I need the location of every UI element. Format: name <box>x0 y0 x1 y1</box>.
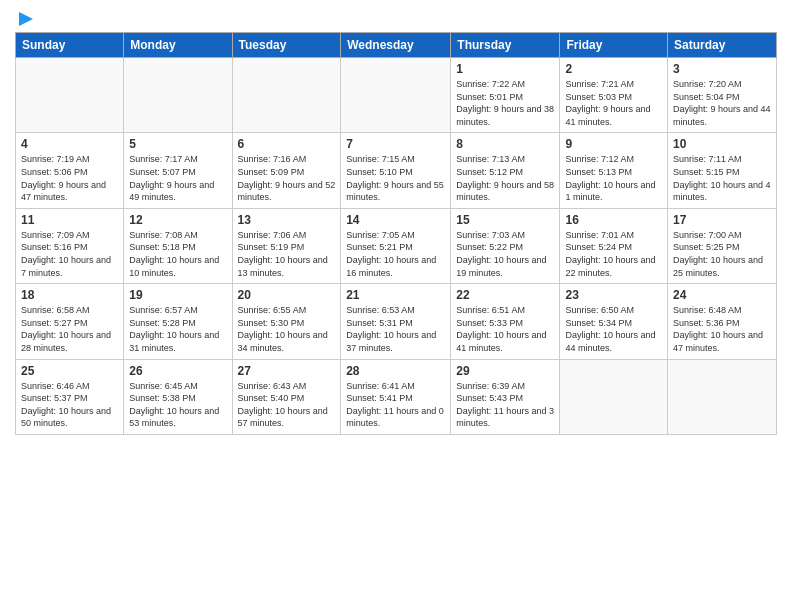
calendar-cell: 23Sunrise: 6:50 AM Sunset: 5:34 PM Dayli… <box>560 284 668 359</box>
calendar-cell: 29Sunrise: 6:39 AM Sunset: 5:43 PM Dayli… <box>451 359 560 434</box>
day-number: 24 <box>673 288 771 302</box>
day-number: 28 <box>346 364 445 378</box>
day-number: 8 <box>456 137 554 151</box>
calendar-cell: 22Sunrise: 6:51 AM Sunset: 5:33 PM Dayli… <box>451 284 560 359</box>
calendar-cell: 24Sunrise: 6:48 AM Sunset: 5:36 PM Dayli… <box>668 284 777 359</box>
day-info: Sunrise: 6:58 AM Sunset: 5:27 PM Dayligh… <box>21 304 118 354</box>
logo <box>15 10 35 24</box>
calendar-cell: 15Sunrise: 7:03 AM Sunset: 5:22 PM Dayli… <box>451 208 560 283</box>
day-info: Sunrise: 6:46 AM Sunset: 5:37 PM Dayligh… <box>21 380 118 430</box>
calendar-cell: 20Sunrise: 6:55 AM Sunset: 5:30 PM Dayli… <box>232 284 341 359</box>
day-number: 13 <box>238 213 336 227</box>
day-info: Sunrise: 7:15 AM Sunset: 5:10 PM Dayligh… <box>346 153 445 203</box>
day-info: Sunrise: 6:50 AM Sunset: 5:34 PM Dayligh… <box>565 304 662 354</box>
day-number: 15 <box>456 213 554 227</box>
calendar-cell <box>124 58 232 133</box>
day-info: Sunrise: 7:08 AM Sunset: 5:18 PM Dayligh… <box>129 229 226 279</box>
day-number: 12 <box>129 213 226 227</box>
day-info: Sunrise: 6:57 AM Sunset: 5:28 PM Dayligh… <box>129 304 226 354</box>
calendar-cell: 7Sunrise: 7:15 AM Sunset: 5:10 PM Daylig… <box>341 133 451 208</box>
day-info: Sunrise: 7:20 AM Sunset: 5:04 PM Dayligh… <box>673 78 771 128</box>
calendar-cell <box>232 58 341 133</box>
calendar-cell: 17Sunrise: 7:00 AM Sunset: 5:25 PM Dayli… <box>668 208 777 283</box>
weekday-header-monday: Monday <box>124 33 232 58</box>
day-number: 22 <box>456 288 554 302</box>
day-info: Sunrise: 7:12 AM Sunset: 5:13 PM Dayligh… <box>565 153 662 203</box>
day-number: 20 <box>238 288 336 302</box>
day-info: Sunrise: 6:45 AM Sunset: 5:38 PM Dayligh… <box>129 380 226 430</box>
day-info: Sunrise: 6:43 AM Sunset: 5:40 PM Dayligh… <box>238 380 336 430</box>
weekday-header-sunday: Sunday <box>16 33 124 58</box>
day-info: Sunrise: 6:55 AM Sunset: 5:30 PM Dayligh… <box>238 304 336 354</box>
day-number: 10 <box>673 137 771 151</box>
day-info: Sunrise: 7:00 AM Sunset: 5:25 PM Dayligh… <box>673 229 771 279</box>
day-number: 2 <box>565 62 662 76</box>
calendar-cell: 28Sunrise: 6:41 AM Sunset: 5:41 PM Dayli… <box>341 359 451 434</box>
day-info: Sunrise: 7:06 AM Sunset: 5:19 PM Dayligh… <box>238 229 336 279</box>
day-info: Sunrise: 7:05 AM Sunset: 5:21 PM Dayligh… <box>346 229 445 279</box>
day-number: 17 <box>673 213 771 227</box>
calendar-cell: 6Sunrise: 7:16 AM Sunset: 5:09 PM Daylig… <box>232 133 341 208</box>
calendar-cell: 4Sunrise: 7:19 AM Sunset: 5:06 PM Daylig… <box>16 133 124 208</box>
weekday-header-friday: Friday <box>560 33 668 58</box>
calendar-cell: 12Sunrise: 7:08 AM Sunset: 5:18 PM Dayli… <box>124 208 232 283</box>
day-info: Sunrise: 6:39 AM Sunset: 5:43 PM Dayligh… <box>456 380 554 430</box>
day-number: 27 <box>238 364 336 378</box>
calendar-cell: 25Sunrise: 6:46 AM Sunset: 5:37 PM Dayli… <box>16 359 124 434</box>
calendar-cell <box>560 359 668 434</box>
weekday-header-row: SundayMondayTuesdayWednesdayThursdayFrid… <box>16 33 777 58</box>
weekday-header-tuesday: Tuesday <box>232 33 341 58</box>
day-number: 7 <box>346 137 445 151</box>
calendar-cell: 19Sunrise: 6:57 AM Sunset: 5:28 PM Dayli… <box>124 284 232 359</box>
calendar-cell: 21Sunrise: 6:53 AM Sunset: 5:31 PM Dayli… <box>341 284 451 359</box>
day-info: Sunrise: 6:53 AM Sunset: 5:31 PM Dayligh… <box>346 304 445 354</box>
day-number: 3 <box>673 62 771 76</box>
svg-marker-0 <box>19 12 33 26</box>
calendar-cell <box>341 58 451 133</box>
day-number: 6 <box>238 137 336 151</box>
calendar-cell: 26Sunrise: 6:45 AM Sunset: 5:38 PM Dayli… <box>124 359 232 434</box>
calendar-cell <box>16 58 124 133</box>
day-number: 18 <box>21 288 118 302</box>
day-number: 14 <box>346 213 445 227</box>
day-info: Sunrise: 6:51 AM Sunset: 5:33 PM Dayligh… <box>456 304 554 354</box>
calendar-week-1: 1Sunrise: 7:22 AM Sunset: 5:01 PM Daylig… <box>16 58 777 133</box>
calendar-cell: 5Sunrise: 7:17 AM Sunset: 5:07 PM Daylig… <box>124 133 232 208</box>
day-info: Sunrise: 7:17 AM Sunset: 5:07 PM Dayligh… <box>129 153 226 203</box>
page-container: SundayMondayTuesdayWednesdayThursdayFrid… <box>0 0 792 445</box>
day-info: Sunrise: 6:41 AM Sunset: 5:41 PM Dayligh… <box>346 380 445 430</box>
day-number: 26 <box>129 364 226 378</box>
day-number: 21 <box>346 288 445 302</box>
day-number: 25 <box>21 364 118 378</box>
calendar-cell: 10Sunrise: 7:11 AM Sunset: 5:15 PM Dayli… <box>668 133 777 208</box>
calendar-cell: 2Sunrise: 7:21 AM Sunset: 5:03 PM Daylig… <box>560 58 668 133</box>
calendar-cell: 8Sunrise: 7:13 AM Sunset: 5:12 PM Daylig… <box>451 133 560 208</box>
calendar-cell <box>668 359 777 434</box>
day-number: 4 <box>21 137 118 151</box>
day-number: 29 <box>456 364 554 378</box>
calendar-cell: 27Sunrise: 6:43 AM Sunset: 5:40 PM Dayli… <box>232 359 341 434</box>
day-number: 5 <box>129 137 226 151</box>
calendar-table: SundayMondayTuesdayWednesdayThursdayFrid… <box>15 32 777 435</box>
calendar-week-5: 25Sunrise: 6:46 AM Sunset: 5:37 PM Dayli… <box>16 359 777 434</box>
calendar-cell: 16Sunrise: 7:01 AM Sunset: 5:24 PM Dayli… <box>560 208 668 283</box>
calendar-cell: 3Sunrise: 7:20 AM Sunset: 5:04 PM Daylig… <box>668 58 777 133</box>
day-info: Sunrise: 7:11 AM Sunset: 5:15 PM Dayligh… <box>673 153 771 203</box>
day-info: Sunrise: 7:19 AM Sunset: 5:06 PM Dayligh… <box>21 153 118 203</box>
weekday-header-wednesday: Wednesday <box>341 33 451 58</box>
calendar-cell: 14Sunrise: 7:05 AM Sunset: 5:21 PM Dayli… <box>341 208 451 283</box>
day-number: 19 <box>129 288 226 302</box>
calendar-week-3: 11Sunrise: 7:09 AM Sunset: 5:16 PM Dayli… <box>16 208 777 283</box>
day-info: Sunrise: 7:21 AM Sunset: 5:03 PM Dayligh… <box>565 78 662 128</box>
logo-arrow-icon <box>17 10 35 28</box>
day-number: 23 <box>565 288 662 302</box>
day-info: Sunrise: 7:09 AM Sunset: 5:16 PM Dayligh… <box>21 229 118 279</box>
header <box>15 10 777 24</box>
day-info: Sunrise: 7:01 AM Sunset: 5:24 PM Dayligh… <box>565 229 662 279</box>
day-number: 1 <box>456 62 554 76</box>
day-number: 11 <box>21 213 118 227</box>
day-info: Sunrise: 7:16 AM Sunset: 5:09 PM Dayligh… <box>238 153 336 203</box>
day-number: 9 <box>565 137 662 151</box>
calendar-cell: 11Sunrise: 7:09 AM Sunset: 5:16 PM Dayli… <box>16 208 124 283</box>
calendar-week-4: 18Sunrise: 6:58 AM Sunset: 5:27 PM Dayli… <box>16 284 777 359</box>
